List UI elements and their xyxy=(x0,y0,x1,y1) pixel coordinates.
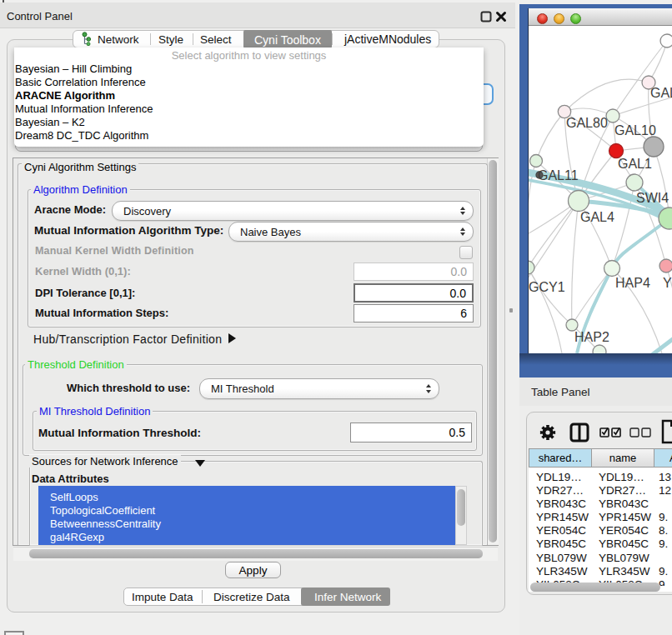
svg-text:HAP2: HAP2 xyxy=(574,330,609,344)
svg-text:GCY1: GCY1 xyxy=(529,280,565,294)
svg-text:GAL4: GAL4 xyxy=(580,210,614,224)
svg-text:GAL80: GAL80 xyxy=(566,116,608,130)
svg-text:GAL11: GAL11 xyxy=(538,168,579,182)
svg-text:GAL10: GAL10 xyxy=(614,123,656,138)
svg-text:YD: YD xyxy=(663,276,672,290)
svg-text:GAL1: GAL1 xyxy=(618,157,652,171)
svg-text:GAL2: GAL2 xyxy=(650,86,672,100)
svg-text:HAP4: HAP4 xyxy=(615,276,650,290)
svg-text:SWI4: SWI4 xyxy=(636,191,669,205)
